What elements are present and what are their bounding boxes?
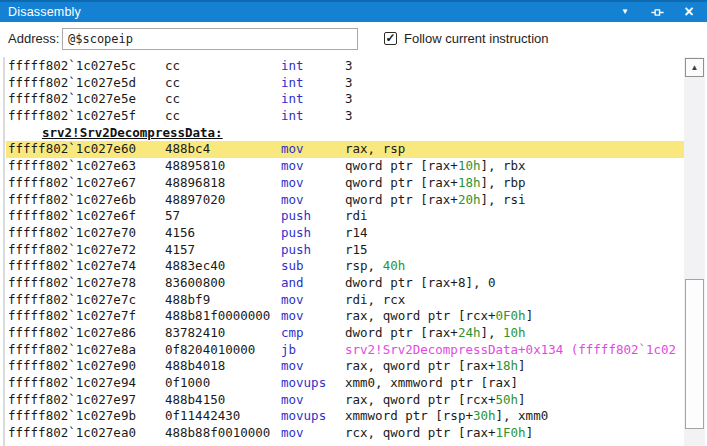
follow-current-instruction-checkbox[interactable]: ✓	[384, 32, 397, 45]
mnemonic-cell: jb	[281, 342, 296, 359]
disassembly-rows: fffff802`1c027e5cccint3fffff802`1c027e5d…	[6, 58, 684, 442]
operands-cell: rdi, rcx	[345, 292, 405, 309]
pin-icon[interactable]	[649, 4, 665, 20]
bytes-cell: 0f8204010000	[165, 342, 255, 359]
operands-cell: qword ptr [rax+10h], rbx	[345, 158, 526, 175]
mnemonic-cell: cmp	[281, 325, 304, 342]
operands-cell: dword ptr [rax+8], 0	[345, 275, 496, 292]
bytes-cell: 488b88f0010000	[165, 425, 270, 442]
address-cell: fffff802`1c027e67	[8, 175, 136, 192]
disasm-row[interactable]: fffff802`1c027e7883600800anddword ptr [r…	[6, 275, 684, 292]
close-icon[interactable]: ×	[681, 4, 697, 20]
operands-cell: 3	[345, 75, 353, 92]
address-cell: fffff802`1c027e63	[8, 158, 136, 175]
operands-cell: qword ptr [rax+18h], rbp	[345, 175, 526, 192]
bytes-cell: 48896818	[165, 175, 225, 192]
operands-cell: 3	[345, 108, 353, 125]
symbol-label: srv2!Srv2DecompressData:	[42, 125, 223, 142]
address-cell: fffff802`1c027ea0	[8, 425, 136, 442]
operands-cell: r14	[345, 225, 368, 242]
bytes-cell: cc	[165, 58, 180, 75]
disasm-row[interactable]: fffff802`1c027e97488b4150movrax, qword p…	[6, 392, 684, 409]
operands-cell: rax, qword ptr [rcx+0F0h]	[345, 308, 533, 325]
scroll-up-button[interactable]: ▲	[685, 58, 704, 77]
mnemonic-cell: push	[281, 208, 311, 225]
disasm-row[interactable]: fffff802`1c027e724157pushr15	[6, 242, 684, 259]
mnemonic-cell: int	[281, 108, 304, 125]
address-cell: fffff802`1c027e94	[8, 375, 136, 392]
mnemonic-cell: sub	[281, 258, 304, 275]
mnemonic-cell: int	[281, 91, 304, 108]
operands-cell: rsp, 40h	[345, 258, 405, 275]
disasm-row[interactable]: fffff802`1c027e6f57pushrdi	[6, 208, 684, 225]
operands-cell: rax, qword ptr [rax+18h]	[345, 358, 526, 375]
disasm-row[interactable]: fffff802`1c027e6b48897020movqword ptr [r…	[6, 192, 684, 209]
disasm-row[interactable]: fffff802`1c027e7f488b81f0000000movrax, q…	[6, 308, 684, 325]
title-bar: Disassembly ▼ ×	[0, 0, 707, 22]
address-cell: fffff802`1c027e74	[8, 258, 136, 275]
operands-cell: rdi	[345, 208, 368, 225]
bytes-cell: 48897020	[165, 192, 225, 209]
chevron-down-icon[interactable]: ▼	[617, 4, 633, 20]
disasm-row[interactable]: fffff802`1c027e744883ec40subrsp, 40h	[6, 258, 684, 275]
address-cell: fffff802`1c027e7c	[8, 292, 136, 309]
mnemonic-cell: mov	[281, 158, 304, 175]
mnemonic-cell: push	[281, 242, 311, 259]
operands-cell: 3	[345, 58, 353, 75]
follow-current-instruction-label[interactable]: Follow current instruction	[404, 31, 549, 46]
scrollbar-thumb[interactable]	[685, 279, 704, 429]
address-cell: fffff802`1c027e5d	[8, 75, 136, 92]
checkmark-icon: ✓	[385, 32, 395, 45]
address-cell: fffff802`1c027e78	[8, 275, 136, 292]
address-cell: fffff802`1c027e90	[8, 358, 136, 375]
left-gutter	[3, 57, 5, 446]
mnemonic-cell: mov	[281, 292, 304, 309]
address-cell: fffff802`1c027e5c	[8, 58, 136, 75]
bytes-cell: 488b81f0000000	[165, 308, 270, 325]
disassembly-window: Disassembly ▼ × Address: ✓ Follow curren…	[0, 0, 708, 446]
bytes-cell: 0f11442430	[165, 408, 240, 425]
scroll-up-arrow-icon: ▲	[691, 64, 699, 72]
address-cell: fffff802`1c027e6f	[8, 208, 136, 225]
disasm-row[interactable]: fffff802`1c027e5eccint3	[6, 91, 684, 108]
bytes-cell: cc	[165, 108, 180, 125]
disasm-row[interactable]: fffff802`1c027e704156pushr14	[6, 225, 684, 242]
operands-cell: srv2!Srv2DecompressData+0x134 (fffff802`…	[345, 342, 676, 359]
operands-cell: rax, rsp	[345, 141, 405, 158]
address-cell: fffff802`1c027e6b	[8, 192, 136, 209]
disasm-row[interactable]: fffff802`1c027e5cccint3	[6, 58, 684, 75]
disasm-row[interactable]: fffff802`1c027e6748896818movqword ptr [r…	[6, 175, 684, 192]
operands-cell: xmmword ptr [rsp+30h], xmm0	[345, 408, 548, 425]
address-cell: fffff802`1c027e86	[8, 325, 136, 342]
disasm-row[interactable]: fffff802`1c027e5dccint3	[6, 75, 684, 92]
address-cell: fffff802`1c027e70	[8, 225, 136, 242]
bytes-cell: 83600800	[165, 275, 225, 292]
disasm-row[interactable]: fffff802`1c027ea0488b88f0010000movrcx, q…	[6, 425, 684, 442]
vertical-scrollbar[interactable]: ▲	[684, 57, 705, 446]
mnemonic-cell: mov	[281, 308, 304, 325]
mnemonic-cell: mov	[281, 192, 304, 209]
mnemonic-cell: movups	[281, 408, 326, 425]
address-cell: fffff802`1c027e8a	[8, 342, 136, 359]
mnemonic-cell: int	[281, 75, 304, 92]
symbol-label-row[interactable]: srv2!Srv2DecompressData:	[6, 125, 684, 142]
disasm-row[interactable]: fffff802`1c027e90488b4018movrax, qword p…	[6, 358, 684, 375]
window-title: Disassembly	[8, 5, 81, 19]
address-cell: fffff802`1c027e60	[8, 141, 136, 158]
bytes-cell: 488bc4	[165, 141, 210, 158]
bytes-cell: 488bf9	[165, 292, 210, 309]
current-instruction-row[interactable]: fffff802`1c027e60488bc4movrax, rsp	[6, 141, 684, 158]
disasm-row[interactable]: fffff802`1c027e940f1000movupsxmm0, xmmwo…	[6, 375, 684, 392]
bytes-cell: cc	[165, 75, 180, 92]
disasm-row[interactable]: fffff802`1c027e7c488bf9movrdi, rcx	[6, 292, 684, 309]
disasm-row[interactable]: fffff802`1c027e8683782410cmpdword ptr [r…	[6, 325, 684, 342]
address-input[interactable]	[62, 28, 358, 50]
address-cell: fffff802`1c027e9b	[8, 408, 136, 425]
disasm-row[interactable]: fffff802`1c027e9b0f11442430movupsxmmword…	[6, 408, 684, 425]
bytes-cell: 4883ec40	[165, 258, 225, 275]
disasm-row[interactable]: fffff802`1c027e8a0f8204010000jbsrv2!Srv2…	[6, 342, 684, 359]
disasm-row[interactable]: fffff802`1c027e5fccint3	[6, 108, 684, 125]
address-cell: fffff802`1c027e72	[8, 242, 136, 259]
titlebar-actions: ▼ ×	[617, 4, 697, 20]
disasm-row[interactable]: fffff802`1c027e6348895810movqword ptr [r…	[6, 158, 684, 175]
